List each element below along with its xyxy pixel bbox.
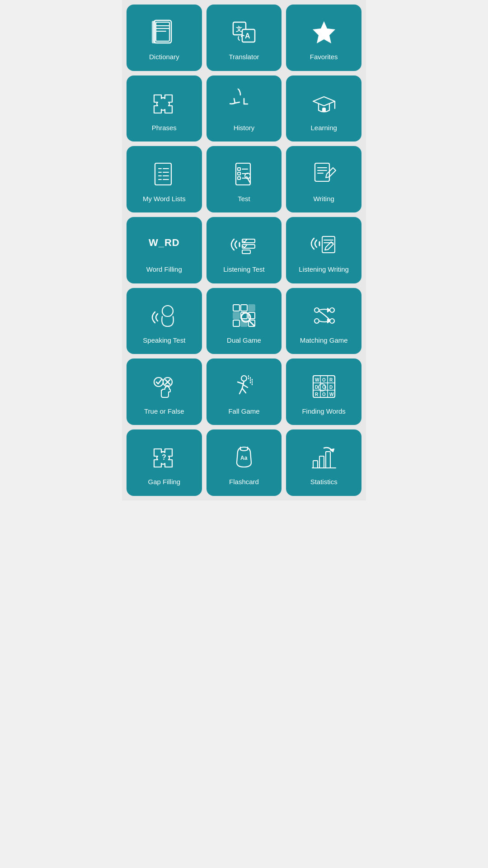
flashcard-label: Flashcard [229, 478, 259, 486]
writing-label: Writing [313, 195, 334, 203]
svg-point-56 [330, 319, 334, 323]
translator-label: Translator [229, 53, 259, 61]
svg-rect-43 [241, 305, 247, 311]
svg-text:O: O [322, 377, 326, 382]
svg-rect-31 [315, 163, 329, 181]
true-or-false-label: True or False [144, 407, 184, 415]
app-grid: Dictionary 文 A Translator Favorites [122, 0, 366, 500]
svg-line-52 [249, 321, 254, 326]
listening-writing-label: Listening Writing [299, 265, 349, 274]
svg-text:文: 文 [236, 25, 242, 33]
svg-point-53 [314, 308, 319, 312]
svg-marker-93 [330, 449, 334, 452]
tile-gap-filling[interactable]: ? Gap Filling [127, 429, 202, 496]
svg-rect-89 [313, 461, 318, 468]
svg-rect-23 [238, 168, 240, 170]
svg-line-65 [238, 382, 243, 384]
matching-game-label: Matching Game [300, 336, 348, 344]
tile-word-filling[interactable]: W_RD Word Filling [127, 217, 202, 283]
favorites-icon [308, 16, 340, 48]
svg-text:D: D [329, 385, 333, 390]
svg-text:R: R [329, 377, 333, 382]
matching-icon [308, 299, 340, 332]
svg-rect-24 [238, 172, 240, 175]
learning-label: Learning [310, 124, 337, 132]
tile-phrases[interactable]: Phrases [127, 75, 202, 142]
svg-rect-90 [319, 456, 324, 468]
history-label: History [234, 124, 255, 132]
history-icon [228, 87, 260, 119]
phrases-icon [148, 87, 180, 119]
svg-text:R: R [315, 392, 319, 397]
favorites-label: Favorites [310, 53, 338, 61]
findingwords-icon: W O R D O D R O W [308, 370, 340, 403]
svg-line-67 [239, 388, 242, 394]
dual-game-label: Dual Game [227, 336, 261, 344]
wordfilling-text: W_RD [149, 237, 180, 249]
svg-text:?: ? [162, 453, 166, 461]
writing-icon [308, 158, 340, 190]
tile-listening-writing[interactable]: Listening Writing [286, 217, 361, 283]
wordlists-icon [148, 158, 180, 190]
svg-point-54 [314, 319, 319, 323]
svg-text:W: W [315, 377, 319, 382]
dictionary-label: Dictionary [149, 53, 179, 61]
finding-words-label: Finding Words [302, 407, 345, 415]
test-icon [228, 158, 260, 190]
svg-rect-91 [326, 452, 330, 468]
tile-fall-game[interactable]: Fall Game [206, 359, 282, 425]
svg-text:W: W [329, 392, 334, 397]
statistics-label: Statistics [310, 478, 338, 486]
svg-line-66 [243, 385, 248, 387]
wordfilling-icon: W_RD [148, 228, 180, 261]
tile-writing[interactable]: Writing [286, 146, 361, 212]
test-label: Test [238, 195, 250, 203]
svg-rect-25 [238, 177, 240, 179]
svg-rect-42 [233, 305, 239, 311]
svg-text:A: A [245, 32, 250, 40]
tile-dictionary[interactable]: Dictionary [127, 5, 202, 71]
svg-rect-44 [249, 305, 255, 311]
tile-favorites[interactable]: Favorites [286, 5, 361, 71]
dualgame-icon [228, 299, 260, 332]
svg-point-63 [241, 376, 247, 381]
svg-rect-13 [155, 163, 171, 185]
tile-test[interactable]: Test [206, 146, 282, 212]
tile-listening-test[interactable]: Listening Test [206, 217, 282, 283]
tile-history[interactable]: History [206, 75, 282, 142]
tile-true-or-false[interactable]: True or False [127, 359, 202, 425]
svg-text:Aa: Aa [240, 455, 248, 461]
fall-game-label: Fall Game [228, 407, 259, 415]
tile-translator[interactable]: 文 A Translator [206, 5, 282, 71]
trueorfalse-icon [148, 370, 180, 403]
tile-speaking-test[interactable]: Speaking Test [127, 288, 202, 354]
tile-flashcard[interactable]: Aa Flashcard [206, 429, 282, 496]
tile-dual-game[interactable]: Dual Game [206, 288, 282, 354]
speaking-test-label: Speaking Test [143, 336, 185, 344]
svg-text:O: O [322, 392, 326, 397]
svg-rect-12 [323, 108, 325, 112]
phrases-label: Phrases [152, 124, 177, 132]
gapfilling-icon: ? [148, 441, 180, 473]
svg-text:D: D [315, 385, 318, 390]
my-word-lists-label: My Word Lists [143, 195, 186, 203]
svg-rect-45 [233, 312, 239, 319]
flashcard-icon: Aa [228, 441, 260, 473]
tile-statistics[interactable]: Statistics [286, 429, 361, 496]
translator-icon: 文 A [228, 16, 260, 48]
speaking-icon [148, 299, 180, 332]
statistics-icon [308, 441, 340, 473]
listeningtest-icon [228, 228, 260, 261]
tile-matching-game[interactable]: Matching Game [286, 288, 361, 354]
tile-finding-words[interactable]: W O R D O D R O W Finding Words [286, 359, 361, 425]
tile-learning[interactable]: Learning [286, 75, 361, 142]
gap-filling-label: Gap Filling [148, 478, 180, 486]
dictionary-icon [148, 16, 180, 48]
listeningwriting-icon [308, 228, 340, 261]
word-filling-label: Word Filling [146, 265, 182, 274]
svg-point-41 [162, 306, 173, 316]
learning-icon [308, 87, 340, 119]
svg-line-68 [242, 388, 246, 393]
svg-rect-48 [233, 320, 239, 326]
tile-my-word-lists[interactable]: My Word Lists [127, 146, 202, 212]
